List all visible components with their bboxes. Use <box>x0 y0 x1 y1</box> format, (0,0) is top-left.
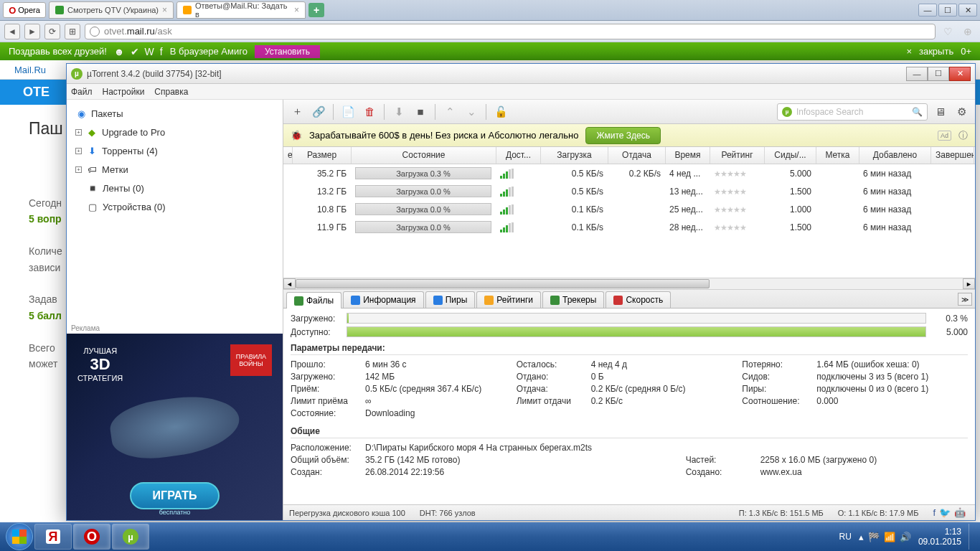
search-input[interactable]: µInfospace Search🔍 <box>777 103 928 121</box>
fb-icon[interactable]: f <box>160 46 163 57</box>
delete-button[interactable]: 🗑 <box>360 103 379 121</box>
maximize-button[interactable]: ☐ <box>928 67 949 81</box>
reload-button[interactable]: ⟳ <box>44 24 60 39</box>
ad-icon: 🐞 <box>291 130 302 141</box>
minimize-button[interactable]: — <box>918 4 937 17</box>
speeddial-button[interactable]: ⊞ <box>65 24 80 39</box>
promo-text: Поздравь всех друзей! <box>9 46 107 57</box>
twitter-icon[interactable]: 🐦 <box>939 507 951 518</box>
expand-icon[interactable]: + <box>75 129 82 136</box>
peers-icon <box>433 296 443 305</box>
add-torrent-button[interactable]: ＋ <box>288 103 306 121</box>
move-up-button[interactable]: ⌃ <box>440 103 459 121</box>
mail-icon[interactable]: W <box>145 46 154 57</box>
new-tab-button[interactable]: + <box>308 3 324 17</box>
network-icon[interactable]: 📶 <box>884 532 895 542</box>
volume-icon[interactable]: 🔊 <box>900 532 911 542</box>
table-row[interactable]: 35.2 ГБЗагрузка 0.3 %0.5 КБ/s0.2 КБ/s4 н… <box>283 164 975 182</box>
taskbar-utorrent[interactable]: µ <box>112 524 149 550</box>
lang-indicator[interactable]: RU <box>839 532 852 542</box>
forward-button[interactable]: ► <box>24 24 40 39</box>
menu-help[interactable]: Справка <box>154 87 188 97</box>
torrent-grid: еРазмерСостояниеДост...ЗагрузкаОтдачаВре… <box>283 147 975 278</box>
sidebar-item-labels[interactable]: +🏷Метки <box>67 160 283 179</box>
back-button[interactable]: ◄ <box>4 24 20 39</box>
statusbar: Перегрузка дискового кэша 100 DHT: 766 у… <box>283 504 975 520</box>
search-go-icon[interactable]: 🔍 <box>912 107 923 117</box>
table-row[interactable]: 11.9 ГБЗагрузка 0.0 %0.1 КБ/s28 нед...★★… <box>283 218 975 236</box>
titlebar[interactable]: µ µTorrent 3.4.2 (build 37754) [32-bit] … <box>67 64 975 84</box>
close-button[interactable]: ✕ <box>958 4 977 17</box>
browser-tab[interactable]: Смотреть QTV (Украина)× <box>49 1 174 19</box>
promo-close-icon[interactable]: × <box>906 46 912 57</box>
flag-icon[interactable]: 🏁 <box>868 532 880 542</box>
create-button[interactable]: 📄 <box>339 103 357 121</box>
add-url-button[interactable]: 🔗 <box>309 103 328 121</box>
sidebar-item-torrents[interactable]: +⬇Торренты (4) <box>67 141 283 160</box>
age-badge: 0+ <box>961 46 971 57</box>
move-down-button[interactable]: ⌄ <box>462 103 481 121</box>
bookmark-button[interactable]: ♡ <box>940 24 956 39</box>
horizontal-scrollbar[interactable]: ◄► <box>283 278 975 290</box>
maximize-button[interactable]: ☐ <box>938 4 957 17</box>
promo-close-label[interactable]: закрыть <box>919 46 953 57</box>
show-desktop-button[interactable] <box>969 524 974 550</box>
grid-header[interactable]: еРазмерСостояниеДост...ЗагрузкаОтдачаВре… <box>283 147 975 164</box>
unlock-button[interactable]: 🔓 <box>491 103 510 121</box>
table-row[interactable]: 10.8 ГБЗагрузка 0.0 %0.1 КБ/s25 нед...★★… <box>283 200 975 218</box>
ad-tag: Ad <box>938 131 951 141</box>
tab-trackers[interactable]: Трекеры <box>542 291 604 308</box>
opera-menu-button[interactable]: Opera <box>3 2 46 18</box>
extensions-button[interactable]: ⊕ <box>960 24 976 39</box>
browser-tab-bar: Opera Смотреть QTV (Украина)× Ответы@Mai… <box>0 0 980 21</box>
tab-files[interactable]: Файлы <box>286 292 341 309</box>
ad-info-icon[interactable]: ⓘ <box>958 129 968 142</box>
start-button[interactable]: ⬇ <box>390 103 408 121</box>
tab-info[interactable]: Информация <box>343 291 423 308</box>
facebook-icon[interactable]: f <box>933 507 936 518</box>
sidebar-item-packages[interactable]: ◉Пакеты <box>67 104 283 123</box>
menu-file[interactable]: Файл <box>71 87 93 97</box>
taskbar-app[interactable]: Я <box>34 524 72 550</box>
ad-cta-button[interactable]: Жмите Здесь <box>585 127 661 144</box>
play-button[interactable]: ИГРАТЬ <box>130 482 220 509</box>
android-icon[interactable]: 🤖 <box>954 507 966 518</box>
availability-bar <box>347 326 926 337</box>
taskbar-opera[interactable]: O <box>73 524 110 550</box>
tab-close-icon[interactable]: × <box>294 5 299 15</box>
close-button[interactable]: ✕ <box>949 67 971 81</box>
tab-peers[interactable]: Пиры <box>425 291 476 308</box>
vk-icon[interactable]: ✔ <box>131 46 139 57</box>
tab-speed[interactable]: Скорость <box>606 291 671 308</box>
tray-up-icon[interactable]: ▴ <box>859 532 864 542</box>
tab-ratings[interactable]: Рейтинги <box>476 291 541 308</box>
files-icon <box>294 296 303 306</box>
tab-close-icon[interactable]: × <box>162 5 167 15</box>
install-button[interactable]: Установить <box>255 45 320 58</box>
start-button[interactable] <box>6 523 33 550</box>
mailru-link[interactable]: Mail.Ru <box>14 65 46 75</box>
sidebar-item-upgrade[interactable]: +◆Upgrade to Pro <box>67 123 283 141</box>
expand-icon[interactable]: + <box>75 148 82 154</box>
remote-button[interactable]: 🖥 <box>930 103 949 121</box>
minimize-button[interactable]: — <box>906 67 928 81</box>
top-ad-banner[interactable]: 🐞 Зарабатывайте 600$ в день! Без риска и… <box>283 124 975 147</box>
expand-icon[interactable]: + <box>75 166 82 173</box>
settings-button[interactable]: ⚙ <box>952 103 971 121</box>
promo-text2: В браузере Амиго <box>170 46 248 57</box>
sidebar-item-devices[interactable]: ▢Устройства (0) <box>67 197 283 216</box>
clock[interactable]: 1:1309.01.2015 <box>918 527 961 547</box>
menu-settings[interactable]: Настройки <box>103 87 145 97</box>
browser-tab[interactable]: Ответы@Mail.Ru: Задать в× <box>176 1 306 19</box>
sidebar: ◉Пакеты +◆Upgrade to Pro +⬇Торренты (4) … <box>67 100 283 520</box>
info-panel: Загружено:0.3 % Доступно:5.000 Параметры… <box>283 309 975 504</box>
url-input[interactable]: otvet.mail.ru/ask <box>85 24 936 39</box>
stop-button[interactable]: ■ <box>411 103 430 121</box>
speed-icon <box>613 296 623 305</box>
sidebar-item-feeds[interactable]: ◾Ленты (0) <box>67 179 283 197</box>
table-row[interactable]: 13.2 ГБЗагрузка 0.0 %0.5 КБ/s13 нед...★★… <box>283 182 975 200</box>
collapse-button[interactable]: ≫ <box>958 293 972 306</box>
sidebar-ad[interactable]: ЛУЧШАЯ3DСТРАТЕГИЯ ПРАВИЛА ВОЙНЫ ИГРАТЬ б… <box>67 334 283 520</box>
utorrent-icon: µ <box>71 68 83 80</box>
ok-icon[interactable]: ☻ <box>114 46 125 57</box>
